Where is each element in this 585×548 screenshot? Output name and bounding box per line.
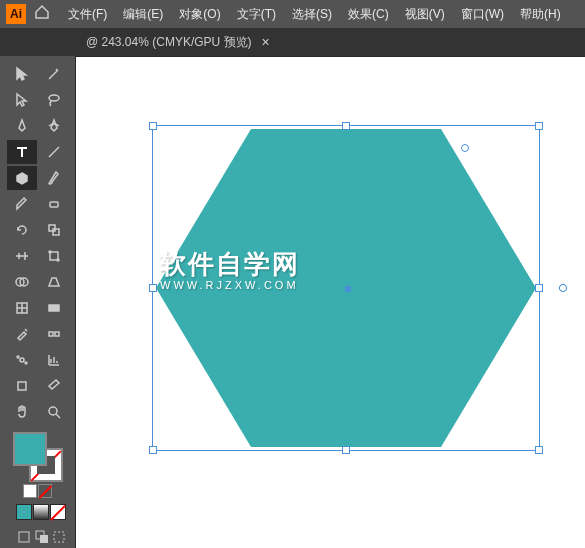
menu-object[interactable]: 对象(O) xyxy=(173,2,226,27)
shape-builder-tool[interactable] xyxy=(7,270,37,294)
handle-bottom-left[interactable] xyxy=(149,446,157,454)
svg-rect-17 xyxy=(18,382,26,390)
fill-color[interactable] xyxy=(13,432,47,466)
corner-widget[interactable] xyxy=(461,144,469,152)
swatch-2[interactable] xyxy=(33,504,49,520)
canvas[interactable]: 软件自学网 WWW.RJZXW.COM xyxy=(76,56,585,548)
draw-normal-icon[interactable] xyxy=(16,528,33,546)
menu-items: 文件(F) 编辑(E) 对象(O) 文字(T) 选择(S) 效果(C) 视图(V… xyxy=(62,2,567,27)
pencil-tool[interactable] xyxy=(7,192,37,216)
pen-tool[interactable] xyxy=(7,114,37,138)
draw-behind-icon[interactable] xyxy=(33,528,50,546)
lasso-tool[interactable] xyxy=(39,88,69,112)
menu-edit[interactable]: 编辑(E) xyxy=(117,2,169,27)
hand-tool[interactable] xyxy=(7,400,37,424)
svg-rect-12 xyxy=(49,332,53,336)
width-tool[interactable] xyxy=(7,244,37,268)
swatch-row xyxy=(8,504,68,520)
svg-rect-4 xyxy=(53,229,59,235)
gradient-tool[interactable] xyxy=(39,296,69,320)
menu-window[interactable]: 窗口(W) xyxy=(455,2,510,27)
menu-effect[interactable]: 效果(C) xyxy=(342,2,395,27)
symbol-tool[interactable] xyxy=(7,348,37,372)
fill-stroke-selector[interactable] xyxy=(13,432,63,482)
svg-rect-22 xyxy=(54,532,64,542)
toolbar xyxy=(0,56,76,548)
svg-point-0 xyxy=(49,95,59,101)
screen-mode-row xyxy=(8,528,68,546)
menu-type[interactable]: 文字(T) xyxy=(231,2,282,27)
curvature-tool[interactable] xyxy=(39,114,69,138)
svg-point-16 xyxy=(25,362,27,364)
svg-point-14 xyxy=(20,358,24,362)
handle-middle-right[interactable] xyxy=(535,284,543,292)
scale-tool[interactable] xyxy=(39,218,69,242)
svg-point-18 xyxy=(49,407,57,415)
line-tool[interactable] xyxy=(39,140,69,164)
direct-selection-tool[interactable] xyxy=(7,88,37,112)
rotate-handle[interactable] xyxy=(557,282,568,293)
menubar: Ai 文件(F) 编辑(E) 对象(O) 文字(T) 选择(S) 效果(C) 视… xyxy=(0,0,585,28)
swatch-3[interactable] xyxy=(50,504,66,520)
mesh-tool[interactable] xyxy=(7,296,37,320)
eraser-tool[interactable] xyxy=(39,192,69,216)
blend-tool[interactable] xyxy=(39,322,69,346)
swap-colors-icon[interactable] xyxy=(23,484,37,498)
zoom-tool[interactable] xyxy=(39,400,69,424)
menu-view[interactable]: 视图(V) xyxy=(399,2,451,27)
tab-label: @ 243.04% (CMYK/GPU 预览) xyxy=(86,34,252,51)
default-colors-icon[interactable] xyxy=(38,484,52,498)
svg-rect-11 xyxy=(49,305,59,311)
graph-tool[interactable] xyxy=(39,348,69,372)
color-section xyxy=(8,432,68,548)
polygon-tool[interactable] xyxy=(7,166,37,190)
svg-rect-19 xyxy=(19,532,29,542)
svg-rect-13 xyxy=(55,332,59,336)
type-tool[interactable] xyxy=(7,140,37,164)
menu-help[interactable]: 帮助(H) xyxy=(514,2,567,27)
close-icon[interactable]: × xyxy=(262,34,270,50)
home-icon[interactable] xyxy=(34,4,50,24)
svg-rect-3 xyxy=(49,225,55,231)
svg-marker-1 xyxy=(17,173,27,184)
brush-tool[interactable] xyxy=(39,166,69,190)
handle-top-middle[interactable] xyxy=(342,122,350,130)
watermark-text: 软件自学网 xyxy=(160,247,300,282)
tool-grid xyxy=(7,62,69,424)
free-transform-tool[interactable] xyxy=(39,244,69,268)
selection-tool[interactable] xyxy=(7,62,37,86)
artboard-tool[interactable] xyxy=(7,374,37,398)
watermark-url: WWW.RJZXW.COM xyxy=(160,279,299,291)
app-logo: Ai xyxy=(6,4,26,24)
handle-bottom-middle[interactable] xyxy=(342,446,350,454)
handle-bottom-right[interactable] xyxy=(535,446,543,454)
eyedropper-tool[interactable] xyxy=(7,322,37,346)
draw-inside-icon[interactable] xyxy=(51,528,68,546)
handle-middle-left[interactable] xyxy=(149,284,157,292)
svg-rect-21 xyxy=(40,535,48,543)
center-anchor[interactable] xyxy=(345,286,351,292)
perspective-tool[interactable] xyxy=(39,270,69,294)
handle-top-left[interactable] xyxy=(149,122,157,130)
swatch-1[interactable] xyxy=(16,504,32,520)
rotate-tool[interactable] xyxy=(7,218,37,242)
slice-tool[interactable] xyxy=(39,374,69,398)
document-tab[interactable]: @ 243.04% (CMYK/GPU 预览) × xyxy=(78,34,278,51)
magic-wand-tool[interactable] xyxy=(39,62,69,86)
menu-file[interactable]: 文件(F) xyxy=(62,2,113,27)
workspace: 软件自学网 WWW.RJZXW.COM xyxy=(0,56,585,548)
handle-top-right[interactable] xyxy=(535,122,543,130)
menu-select[interactable]: 选择(S) xyxy=(286,2,338,27)
svg-rect-2 xyxy=(50,202,58,207)
tab-bar: @ 243.04% (CMYK/GPU 预览) × xyxy=(0,28,585,56)
svg-point-15 xyxy=(17,356,19,358)
